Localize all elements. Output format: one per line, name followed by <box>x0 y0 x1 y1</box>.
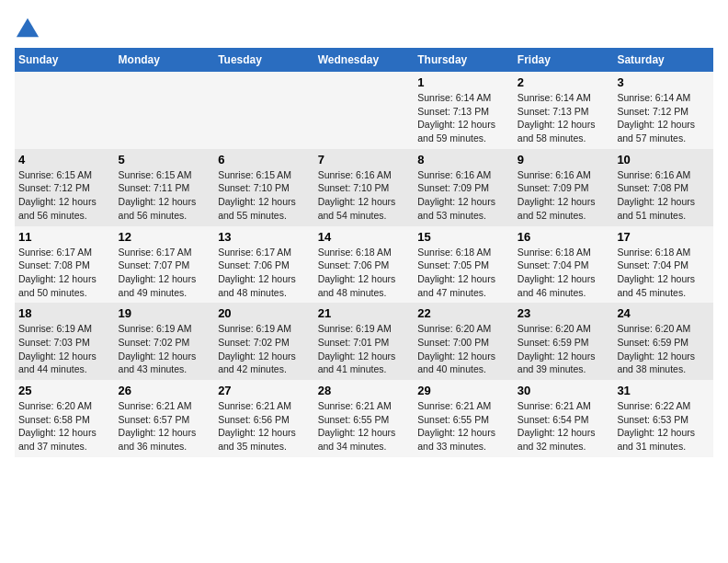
day-info: Sunrise: 6:14 AM Sunset: 7:12 PM Dayligh… <box>617 91 710 145</box>
day-info: Sunrise: 6:14 AM Sunset: 7:13 PM Dayligh… <box>518 91 610 145</box>
day-info: Sunrise: 6:16 AM Sunset: 7:09 PM Dayligh… <box>417 168 510 223</box>
day-info: Sunrise: 6:16 AM Sunset: 7:09 PM Dayligh… <box>518 168 610 223</box>
cell-0-2 <box>214 72 314 149</box>
cell-4-5: 30Sunrise: 6:21 AM Sunset: 6:54 PM Dayli… <box>514 380 614 457</box>
day-info: Sunrise: 6:20 AM Sunset: 7:00 PM Dayligh… <box>417 322 510 376</box>
day-number: 5 <box>119 153 211 167</box>
day-number: 1 <box>417 75 510 89</box>
header-wednesday: Wednesday <box>314 48 415 72</box>
day-number: 31 <box>617 384 710 397</box>
cell-2-6: 17Sunrise: 6:18 AM Sunset: 7:04 PM Dayli… <box>613 226 713 304</box>
day-info: Sunrise: 6:18 AM Sunset: 7:05 PM Dayligh… <box>417 246 510 300</box>
cell-4-4: 29Sunrise: 6:21 AM Sunset: 6:55 PM Dayli… <box>414 380 514 457</box>
cell-4-6: 31Sunrise: 6:22 AM Sunset: 6:53 PM Dayli… <box>613 380 713 457</box>
week-row-2: 4Sunrise: 6:15 AM Sunset: 7:12 PM Daylig… <box>15 149 713 226</box>
day-info: Sunrise: 6:15 AM Sunset: 7:12 PM Dayligh… <box>18 168 111 223</box>
header-row: SundayMondayTuesdayWednesdayThursdayFrid… <box>15 48 713 72</box>
day-number: 16 <box>518 230 610 244</box>
cell-1-2: 6Sunrise: 6:15 AM Sunset: 7:10 PM Daylig… <box>214 149 314 226</box>
day-info: Sunrise: 6:19 AM Sunset: 7:02 PM Dayligh… <box>218 322 311 376</box>
day-number: 20 <box>218 306 311 320</box>
day-number: 4 <box>18 153 111 167</box>
day-info: Sunrise: 6:21 AM Sunset: 6:56 PM Dayligh… <box>218 399 311 454</box>
cell-0-5: 2Sunrise: 6:14 AM Sunset: 7:13 PM Daylig… <box>514 72 614 149</box>
day-number: 13 <box>218 230 311 244</box>
day-number: 10 <box>617 153 710 167</box>
day-info: Sunrise: 6:16 AM Sunset: 7:10 PM Dayligh… <box>318 168 411 223</box>
day-info: Sunrise: 6:16 AM Sunset: 7:08 PM Dayligh… <box>617 168 710 223</box>
day-info: Sunrise: 6:19 AM Sunset: 7:03 PM Dayligh… <box>18 322 111 376</box>
day-info: Sunrise: 6:14 AM Sunset: 7:13 PM Dayligh… <box>417 91 510 145</box>
cell-3-4: 22Sunrise: 6:20 AM Sunset: 7:00 PM Dayli… <box>414 303 514 380</box>
cell-0-6: 3Sunrise: 6:14 AM Sunset: 7:12 PM Daylig… <box>613 72 713 149</box>
day-number: 6 <box>218 153 311 167</box>
day-info: Sunrise: 6:21 AM Sunset: 6:55 PM Dayligh… <box>417 399 510 454</box>
week-row-1: 1Sunrise: 6:14 AM Sunset: 7:13 PM Daylig… <box>15 72 713 149</box>
cell-2-5: 16Sunrise: 6:18 AM Sunset: 7:04 PM Dayli… <box>514 226 614 304</box>
cell-3-6: 24Sunrise: 6:20 AM Sunset: 6:59 PM Dayli… <box>613 303 713 380</box>
page-header <box>15 15 713 40</box>
day-info: Sunrise: 6:18 AM Sunset: 7:04 PM Dayligh… <box>617 246 710 300</box>
cell-2-0: 11Sunrise: 6:17 AM Sunset: 7:08 PM Dayli… <box>15 226 115 304</box>
day-number: 18 <box>18 306 111 320</box>
cell-3-2: 20Sunrise: 6:19 AM Sunset: 7:02 PM Dayli… <box>214 303 314 380</box>
cell-0-0 <box>15 72 115 149</box>
week-row-4: 18Sunrise: 6:19 AM Sunset: 7:03 PM Dayli… <box>15 303 713 380</box>
day-number: 7 <box>318 153 411 167</box>
cell-4-1: 26Sunrise: 6:21 AM Sunset: 6:57 PM Dayli… <box>115 380 215 457</box>
cell-1-1: 5Sunrise: 6:15 AM Sunset: 7:11 PM Daylig… <box>115 149 215 226</box>
day-number: 21 <box>318 306 411 320</box>
day-info: Sunrise: 6:17 AM Sunset: 7:06 PM Dayligh… <box>218 246 311 300</box>
day-number: 22 <box>417 306 510 320</box>
cell-2-4: 15Sunrise: 6:18 AM Sunset: 7:05 PM Dayli… <box>414 226 514 304</box>
day-info: Sunrise: 6:20 AM Sunset: 6:59 PM Dayligh… <box>617 322 710 376</box>
cell-3-3: 21Sunrise: 6:19 AM Sunset: 7:01 PM Dayli… <box>314 303 415 380</box>
day-info: Sunrise: 6:20 AM Sunset: 6:59 PM Dayligh… <box>518 322 610 376</box>
cell-3-1: 19Sunrise: 6:19 AM Sunset: 7:02 PM Dayli… <box>115 303 215 380</box>
day-number: 23 <box>518 306 610 320</box>
day-number: 8 <box>417 153 510 167</box>
header-tuesday: Tuesday <box>214 48 314 72</box>
day-info: Sunrise: 6:17 AM Sunset: 7:08 PM Dayligh… <box>18 246 111 300</box>
svg-marker-0 <box>17 18 39 38</box>
day-info: Sunrise: 6:19 AM Sunset: 7:01 PM Dayligh… <box>318 322 411 376</box>
cell-0-3 <box>314 72 415 149</box>
header-thursday: Thursday <box>414 48 514 72</box>
day-info: Sunrise: 6:22 AM Sunset: 6:53 PM Dayligh… <box>617 399 710 454</box>
day-info: Sunrise: 6:19 AM Sunset: 7:02 PM Dayligh… <box>119 322 211 376</box>
header-saturday: Saturday <box>613 48 713 72</box>
day-info: Sunrise: 6:21 AM Sunset: 6:57 PM Dayligh… <box>119 399 211 454</box>
cell-0-4: 1Sunrise: 6:14 AM Sunset: 7:13 PM Daylig… <box>414 72 514 149</box>
day-info: Sunrise: 6:17 AM Sunset: 7:07 PM Dayligh… <box>119 246 211 300</box>
day-info: Sunrise: 6:15 AM Sunset: 7:10 PM Dayligh… <box>218 168 311 223</box>
logo-icon <box>15 15 40 40</box>
header-monday: Monday <box>115 48 215 72</box>
cell-2-1: 12Sunrise: 6:17 AM Sunset: 7:07 PM Dayli… <box>115 226 215 304</box>
cell-1-0: 4Sunrise: 6:15 AM Sunset: 7:12 PM Daylig… <box>15 149 115 226</box>
cell-1-5: 9Sunrise: 6:16 AM Sunset: 7:09 PM Daylig… <box>514 149 614 226</box>
cell-4-0: 25Sunrise: 6:20 AM Sunset: 6:58 PM Dayli… <box>15 380 115 457</box>
cell-1-4: 8Sunrise: 6:16 AM Sunset: 7:09 PM Daylig… <box>414 149 514 226</box>
day-number: 17 <box>617 230 710 244</box>
day-info: Sunrise: 6:18 AM Sunset: 7:04 PM Dayligh… <box>518 246 610 300</box>
day-number: 3 <box>617 75 710 89</box>
cell-3-5: 23Sunrise: 6:20 AM Sunset: 6:59 PM Dayli… <box>514 303 614 380</box>
header-sunday: Sunday <box>15 48 115 72</box>
day-info: Sunrise: 6:20 AM Sunset: 6:58 PM Dayligh… <box>18 399 111 454</box>
cell-3-0: 18Sunrise: 6:19 AM Sunset: 7:03 PM Dayli… <box>15 303 115 380</box>
header-friday: Friday <box>514 48 614 72</box>
day-number: 19 <box>119 306 211 320</box>
cell-2-2: 13Sunrise: 6:17 AM Sunset: 7:06 PM Dayli… <box>214 226 314 304</box>
day-number: 30 <box>518 384 610 397</box>
day-number: 27 <box>218 384 311 397</box>
cell-4-3: 28Sunrise: 6:21 AM Sunset: 6:55 PM Dayli… <box>314 380 415 457</box>
day-number: 12 <box>119 230 211 244</box>
day-number: 11 <box>18 230 111 244</box>
day-number: 24 <box>617 306 710 320</box>
day-number: 9 <box>518 153 610 167</box>
cell-4-2: 27Sunrise: 6:21 AM Sunset: 6:56 PM Dayli… <box>214 380 314 457</box>
day-number: 15 <box>417 230 510 244</box>
cell-0-1 <box>115 72 215 149</box>
week-row-3: 11Sunrise: 6:17 AM Sunset: 7:08 PM Dayli… <box>15 226 713 304</box>
cell-2-3: 14Sunrise: 6:18 AM Sunset: 7:06 PM Dayli… <box>314 226 415 304</box>
